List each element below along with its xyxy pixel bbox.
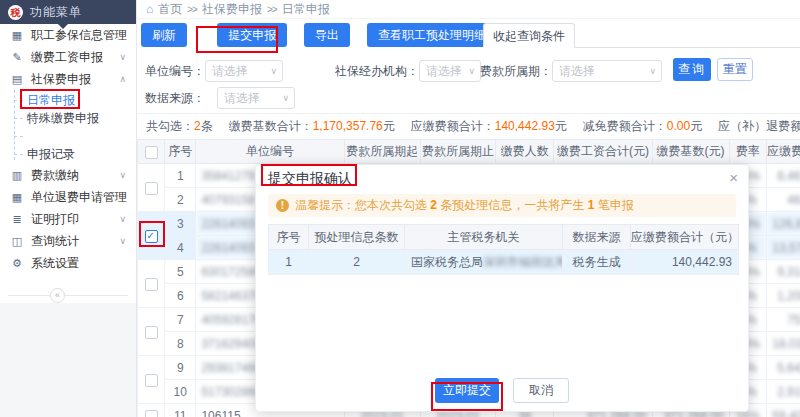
refresh-button[interactable]: 刷新	[141, 23, 187, 47]
filter-label: 单位编号：	[145, 63, 205, 80]
confirm-table-row: 1 2 国家税务总局深圳市福田区局... 税务生成 140,442.93	[269, 250, 739, 275]
table-cell-no: 6	[165, 284, 196, 308]
row-checkbox[interactable]	[145, 410, 158, 417]
breadcrumb-social-insurance[interactable]: 社保费申报	[202, 1, 262, 18]
table-cell-no: 11	[165, 404, 196, 417]
fee-period-select[interactable]: 请选择 ∨	[552, 60, 662, 82]
table-cell-authority: 国家税务总局深圳市福田区局...	[405, 250, 563, 275]
table-header-cell: 预处理信息条数	[309, 225, 405, 250]
data-source-select[interactable]: 请选择 ∨	[217, 87, 295, 109]
filter-fee-period: 费款所属期： 请选择 ∨	[480, 60, 662, 82]
sidebar-item-system-settings[interactable]: ⚙ 系统设置	[0, 252, 136, 274]
table-cell-checkbox	[138, 212, 165, 260]
table-header-cell: 费率	[729, 140, 767, 164]
table-cell-no: 4	[165, 236, 196, 260]
select-all-checkbox[interactable]	[145, 146, 158, 159]
table-header-cell: 缴费人数	[495, 140, 553, 164]
table-cell-checkbox	[138, 404, 165, 417]
table-header-cell: 应缴费额合计（元）	[631, 225, 739, 250]
close-icon[interactable]: ×	[729, 169, 738, 186]
row-checkbox[interactable]	[145, 182, 158, 195]
table-header-checkbox	[138, 140, 165, 164]
sidebar-item-fee-payment[interactable]: ▥ 费款缴纳 ∨	[0, 164, 136, 186]
chevron-down-icon: ∨	[282, 88, 289, 108]
table-cell: 2	[309, 250, 405, 275]
dialog-title: 提交申报确认	[268, 170, 352, 188]
export-button[interactable]: 导出	[304, 23, 350, 47]
sidebar-item-refund-management[interactable]: ▦ 单位退费申请管理	[0, 186, 136, 208]
table-header-cell: 应缴费额(元)	[767, 140, 800, 164]
reset-button[interactable]: 重置	[717, 58, 753, 81]
summary-bar: 共勾选：2条 缴费基数合计：1,170,357.76元 应缴费额合计：140,4…	[137, 114, 800, 139]
table-header-cell: 缴费工资合计(元)	[554, 140, 652, 164]
select-placeholder: 请选择	[426, 64, 462, 78]
table-header-cell: 费款所属期止	[420, 140, 495, 164]
query-button[interactable]: 查询	[673, 58, 711, 81]
sidebar-item-blank[interactable]	[0, 127, 136, 145]
sidebar-item-wage-declare[interactable]: ✎ 缴费工资申报 ∨	[0, 46, 136, 68]
sidebar-footer	[0, 303, 136, 417]
sidebar-item-label: 系统设置	[31, 255, 136, 272]
row-checkbox[interactable]	[145, 374, 158, 387]
table-cell-amount: 8,461.23	[767, 164, 800, 188]
summary-payable-total: 应缴费额合计：140,442.93元	[411, 118, 567, 135]
breadcrumb-home[interactable]: 首页	[158, 1, 182, 18]
table-cell-no: 3	[165, 212, 196, 236]
sidebar-item-label: 单位退费申请管理	[31, 189, 136, 206]
sidebar: 税 功能菜单 ▦ 职工参保信息管理 ✎ 缴费工资申报 ∨ ▤ 社保费申报 ∧ 日…	[0, 0, 137, 417]
table-header-cell: 数据来源	[563, 225, 631, 250]
dialog-header: 提交申报确认 ×	[256, 165, 748, 192]
warning-text: 温馨提示：您本次共勾选 2 条预处理信息，一共将产生 1 笔申报	[295, 197, 634, 214]
dialog-warning: ! 温馨提示：您本次共勾选 2 条预处理信息，一共将产生 1 笔申报	[268, 194, 736, 217]
submit-now-button[interactable]: 立即提交	[435, 378, 499, 403]
chevron-down-icon: ∨	[270, 61, 277, 81]
row-checkbox[interactable]	[145, 278, 158, 291]
sidebar-item-label: 缴费工资申报	[31, 49, 119, 66]
cancel-button[interactable]: 取消	[513, 378, 569, 403]
table-cell-no: 8	[165, 332, 196, 356]
sidebar-item-special-payment-declare[interactable]: 特殊缴费申报	[0, 109, 136, 127]
chevron-down-icon: ∨	[468, 61, 475, 81]
table-header-cell: 费款所属期起	[344, 140, 420, 164]
sidebar-item-certificate-print[interactable]: ≣ 证明打印 ∨	[0, 208, 136, 230]
table-icon: ▦	[10, 29, 24, 42]
home-icon[interactable]: ⌂	[146, 2, 153, 16]
sidebar-collapse-button[interactable]: «	[50, 288, 65, 303]
view-preprocess-detail-button[interactable]: 查看职工预处理明细	[367, 23, 497, 47]
sidebar-item-daily-declare[interactable]: 日常申报	[0, 91, 136, 109]
sidebar-item-social-insurance-declare[interactable]: ▤ 社保费申报 ∧	[0, 68, 136, 90]
table-header-row: 序号单位编号费款所属期起费款所属期止缴费人数缴费工资合计(元)缴费基数(元)费率…	[138, 140, 800, 164]
unit-no-select[interactable]: 请选择 ∨	[205, 60, 283, 82]
collapse-query-tab[interactable]: 收起查询条件	[483, 23, 575, 48]
row-checkbox[interactable]	[145, 326, 158, 339]
table-cell-no: 1	[165, 164, 196, 188]
table-cell-amount: 1,208.44	[767, 284, 800, 308]
tax-logo-icon: 税	[8, 5, 23, 20]
gear-icon: ⚙	[10, 257, 24, 270]
sidebar-title: 功能菜单	[30, 4, 82, 21]
table-header-cell: 主管税务机关	[405, 225, 563, 250]
sidebar-submenu: 日常申报 特殊缴费申报 申报记录	[0, 90, 136, 164]
chart-icon: ◫	[10, 235, 24, 248]
table-cell-no: 9	[165, 356, 196, 380]
sidebar-item-label: 查询统计	[31, 233, 119, 250]
print-icon: ≣	[10, 213, 24, 226]
summary-base-total: 缴费基数合计：1,170,357.76元	[229, 118, 395, 135]
table-cell-amount: 18,037.62	[767, 332, 800, 356]
sidebar-item-declare-records[interactable]: 申报记录	[0, 145, 136, 163]
select-placeholder: 请选择	[224, 91, 260, 105]
sidebar-item-label: 费款缴纳	[31, 167, 119, 184]
form-icon: ▤	[10, 73, 24, 86]
agency-select[interactable]: 请选择 ∨	[419, 60, 481, 82]
sidebar-item-employee-info[interactable]: ▦ 职工参保信息管理	[0, 24, 136, 46]
sidebar-header: 税 功能菜单	[0, 0, 136, 24]
row-checkbox[interactable]	[145, 230, 158, 243]
breadcrumb-daily-declare[interactable]: 日常申报	[282, 1, 330, 18]
sidebar-item-query-statistics[interactable]: ◫ 查询统计 ∨	[0, 230, 136, 252]
submit-declare-button[interactable]: 提交申报	[217, 23, 287, 47]
table-cell-amount: 59,402.88	[767, 404, 800, 417]
chevron-down-icon: ∨	[119, 170, 126, 180]
table-cell-amount: 140,442.93	[631, 250, 739, 275]
table-cell-amount: 2,915.30	[767, 380, 800, 404]
table-cell-amount: 126,871.40	[767, 212, 800, 236]
